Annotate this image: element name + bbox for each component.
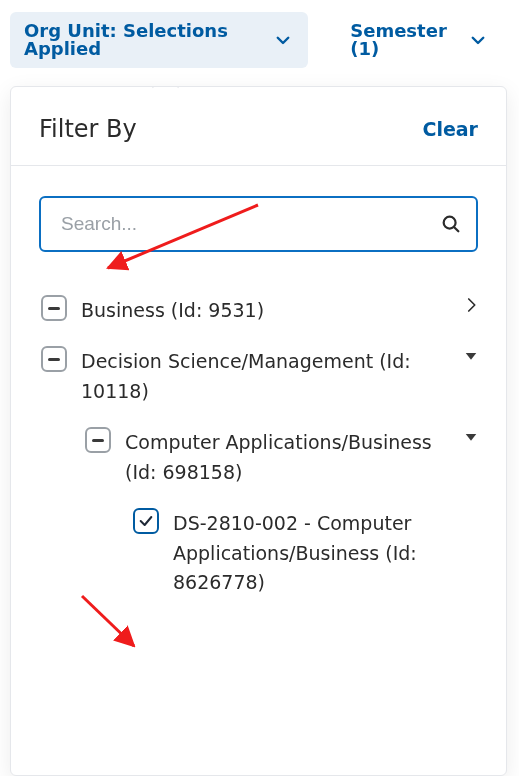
tree-node-label: Decision Science/Management (Id: 10118) [81,345,448,406]
tree-node-label: Business (Id: 9531) [81,294,448,325]
checkbox-indeterminate[interactable] [85,427,111,453]
checkbox-indeterminate[interactable] [41,295,67,321]
semester-chip-label: Semester (1) [350,22,457,58]
search-wrap [11,166,506,260]
chevron-down-icon[interactable] [462,428,480,446]
tree-node-decision-science[interactable]: Decision Science/Management (Id: 10118) [37,335,484,416]
filter-chips-row: Org Unit: Selections Applied Semester (1… [0,0,519,80]
svg-marker-2 [466,353,477,360]
chevron-right-icon[interactable] [462,296,480,314]
org-unit-chip[interactable]: Org Unit: Selections Applied [10,12,308,68]
org-unit-chip-label: Org Unit: Selections Applied [24,22,262,58]
svg-marker-3 [466,434,477,441]
tree-node-label: DS-2810-002 - Computer Applications/Busi… [173,507,480,597]
semester-chip[interactable]: Semester (1) [336,12,503,68]
tree-node-business[interactable]: Business (Id: 9531) [37,284,484,335]
chevron-down-icon[interactable] [462,347,480,365]
tree-node-ds-2810-002[interactable]: DS-2810-002 - Computer Applications/Busi… [37,497,484,607]
clear-button[interactable]: Clear [422,118,478,140]
checkbox-checked[interactable] [133,508,159,534]
search-icon [440,213,462,235]
tree-node-computer-apps[interactable]: Computer Applications/Business (Id: 6981… [37,416,484,497]
tree-node-label: Computer Applications/Business (Id: 6981… [125,426,448,487]
chevron-down-icon [469,31,487,49]
checkbox-indeterminate[interactable] [41,346,67,372]
filter-panel: Filter By Clear Business (Id: 9531) Deci… [10,86,507,776]
org-unit-tree: Business (Id: 9531) Decision Science/Man… [11,260,506,618]
search-input[interactable] [59,212,440,236]
panel-title: Filter By [39,115,137,143]
panel-header: Filter By Clear [11,87,506,165]
svg-line-1 [454,227,458,231]
search-field[interactable] [39,196,478,252]
chevron-down-icon [274,31,292,49]
